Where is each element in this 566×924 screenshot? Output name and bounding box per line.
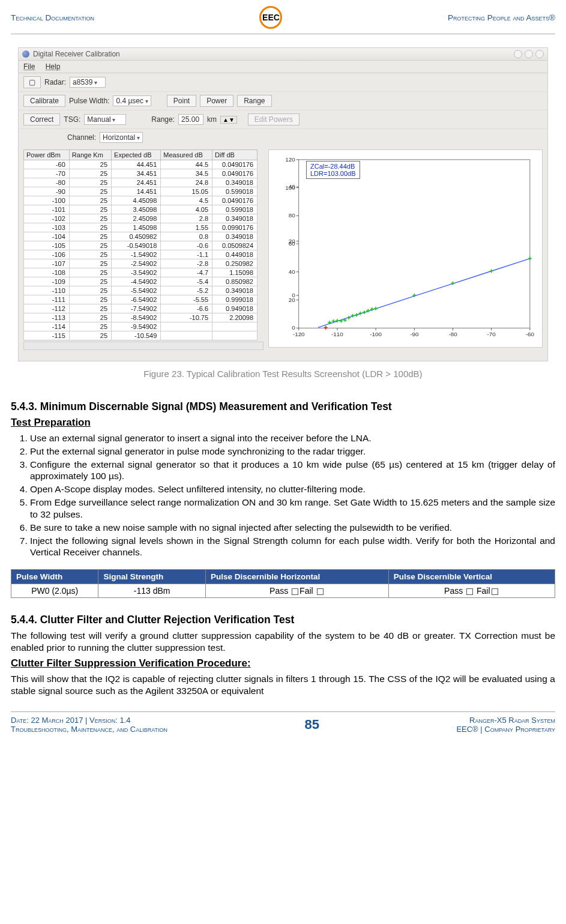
maximize-icon[interactable] bbox=[525, 50, 533, 58]
mds-table: Pulse WidthSignal StrengthPulse Discerni… bbox=[11, 569, 555, 598]
page-header: Technical Documentation EEC Protecting P… bbox=[11, 6, 555, 34]
list-item: From Edge surveillance select range norm… bbox=[30, 497, 555, 521]
table-header: Pulse Discernible Vertical bbox=[388, 570, 555, 584]
range-input[interactable]: 25.00 bbox=[178, 114, 203, 125]
page-number: 85 bbox=[305, 717, 319, 732]
footer-date: Date: 22 March 2017 | Version: 1.4 bbox=[11, 716, 167, 725]
list-item: Inject the following signal levels shown… bbox=[30, 535, 555, 559]
svg-text:-80: -80 bbox=[448, 331, 457, 337]
table-row: -602544.45144.50.0490176 bbox=[24, 160, 257, 169]
table-row: -11525-10.549 bbox=[24, 331, 257, 340]
page-footer: Date: 22 March 2017 | Version: 1.4 Troub… bbox=[11, 711, 555, 734]
list-item: Use an external signal generator to inse… bbox=[30, 432, 555, 444]
new-doc-icon[interactable]: ▢ bbox=[23, 76, 41, 88]
tsg-label: TSG: bbox=[64, 115, 80, 124]
svg-text:-90: -90 bbox=[410, 331, 419, 337]
app-icon bbox=[22, 50, 29, 58]
table-row: -802524.45124.80.349018 bbox=[24, 178, 257, 187]
mds-vert: Pass Fail bbox=[388, 584, 555, 598]
channel-select[interactable]: Horizontal bbox=[100, 132, 143, 143]
table-row: -10725-2.54902-2.80.250982 bbox=[24, 259, 257, 268]
company-logo: EEC bbox=[259, 6, 282, 29]
footer-section-title: Troubleshooting, Maintenance, and Calibr… bbox=[11, 725, 167, 734]
calibration-chart: ZCal=-28.44dB LDR=103.00dB 0204002040608… bbox=[268, 149, 543, 348]
table-header: Range Km bbox=[69, 150, 111, 160]
checkbox-icon[interactable] bbox=[466, 588, 473, 595]
radar-label: Radar: bbox=[44, 78, 66, 86]
table-row: -902514.45115.050.599018 bbox=[24, 187, 257, 196]
radar-select[interactable]: a8539 bbox=[70, 77, 106, 88]
svg-text:80: 80 bbox=[289, 212, 295, 219]
pulsewidth-select[interactable]: 0.4 µsec bbox=[113, 95, 151, 106]
svg-text:-110: -110 bbox=[331, 331, 343, 337]
table-row: -702534.45134.50.0490176 bbox=[24, 169, 257, 178]
checkbox-icon[interactable] bbox=[492, 588, 498, 595]
horizontal-scrollbar[interactable] bbox=[23, 342, 263, 350]
table-row: -102252.450982.80.349018 bbox=[24, 214, 257, 223]
section-543-heading: 5.4.3. Minimum Discernable Signal (MDS) … bbox=[11, 400, 555, 413]
menu-file[interactable]: File bbox=[23, 62, 35, 71]
svg-text:-100: -100 bbox=[370, 331, 382, 337]
mds-horiz: Pass Fail bbox=[205, 584, 388, 598]
svg-text:100: 100 bbox=[285, 184, 295, 191]
footer-product: Ranger-X5 Radar System bbox=[456, 716, 555, 725]
tab-power[interactable]: Power bbox=[200, 95, 233, 107]
svg-text:-60: -60 bbox=[526, 331, 535, 337]
section-544-subhead: Clutter Filter Suppression Verification … bbox=[11, 657, 555, 669]
table-row: -11125-6.54902-5.550.999018 bbox=[24, 295, 257, 304]
tsg-select[interactable]: Manual bbox=[84, 114, 126, 125]
svg-text:60: 60 bbox=[289, 240, 295, 247]
section-544-p2: This will show that the IQ2 is capable o… bbox=[11, 673, 555, 697]
calibrate-button[interactable]: Calibrate bbox=[23, 95, 65, 107]
chart-legend: ZCal=-28.44dB LDR=103.00dB bbox=[306, 161, 360, 179]
table-row: -11425-9.54902 bbox=[24, 322, 257, 331]
window-title: Digital Receiver Calibration bbox=[33, 50, 120, 58]
preparation-list: Use an external signal generator to inse… bbox=[30, 432, 555, 558]
close-icon[interactable] bbox=[535, 50, 544, 58]
svg-text:0: 0 bbox=[292, 324, 295, 331]
edit-powers-button[interactable]: Edit Powers bbox=[248, 113, 300, 125]
svg-text:-70: -70 bbox=[487, 331, 496, 337]
window-titlebar: Digital Receiver Calibration bbox=[19, 48, 547, 61]
minimize-icon[interactable] bbox=[514, 50, 522, 58]
calibration-screenshot: Digital Receiver Calibration File Help ▢… bbox=[18, 47, 548, 361]
table-header: Pulse Discernible Horizontal bbox=[205, 570, 388, 584]
mds-pw: PW0 (2.0µs) bbox=[11, 584, 98, 598]
header-right: Protecting People and Assets® bbox=[448, 13, 555, 22]
checkbox-icon[interactable] bbox=[292, 588, 298, 595]
table-header: Measured dB bbox=[161, 150, 212, 160]
table-row: -11325-8.54902-10.752.20098 bbox=[24, 313, 257, 322]
svg-text:20: 20 bbox=[289, 297, 295, 303]
list-item: Be sure to take a new noise sample with … bbox=[30, 522, 555, 534]
table-row: -10625-1.54902-1.10.449018 bbox=[24, 250, 257, 259]
pulsewidth-label: Pulse Width: bbox=[69, 97, 109, 105]
tab-point[interactable]: Point bbox=[167, 95, 196, 107]
table-row: -10925-4.54902-5.40.850982 bbox=[24, 277, 257, 286]
table-header: Signal Strength bbox=[98, 570, 206, 584]
list-item: Put the external signal generator in pul… bbox=[30, 445, 555, 457]
table-header: Diff dB bbox=[212, 150, 257, 160]
svg-text:-120: -120 bbox=[293, 331, 305, 337]
table-row: -10525-0.549018-0.60.0509824 bbox=[24, 241, 257, 250]
svg-rect-0 bbox=[299, 160, 530, 328]
legend-ldr: LDR=103.00dB bbox=[310, 170, 356, 177]
section-544-heading: 5.4.4. Clutter Filter and Clutter Reject… bbox=[11, 614, 555, 626]
menu-help[interactable]: Help bbox=[46, 62, 61, 71]
table-row: -11225-7.54902-6.60.949018 bbox=[24, 304, 257, 313]
table-header: Pulse Width bbox=[11, 570, 98, 584]
table-row: -100254.450984.50.0490176 bbox=[24, 196, 257, 205]
table-row: -101253.450984.050.599018 bbox=[24, 205, 257, 214]
channel-label: Channel: bbox=[67, 133, 96, 142]
section-544-p1: The following test will verify a ground … bbox=[11, 630, 555, 654]
spinner-icon[interactable]: ▲▼ bbox=[220, 116, 237, 124]
tab-range[interactable]: Range bbox=[237, 95, 271, 107]
chart-svg: 02040020406080100120-120-110-100-90-80-7… bbox=[272, 154, 538, 343]
checkbox-icon[interactable] bbox=[317, 588, 324, 595]
footer-proprietary: EEC® | Company Proprietary bbox=[456, 725, 555, 734]
header-left: Technical Documentation bbox=[11, 13, 94, 22]
figure-caption: Figure 23. Typical Calibration Test Resu… bbox=[11, 369, 555, 379]
logo-text: EEC bbox=[259, 6, 282, 29]
correct-button[interactable]: Correct bbox=[23, 113, 60, 125]
table-header: Expected dB bbox=[112, 150, 161, 160]
legend-zcal: ZCal=-28.44dB bbox=[310, 163, 356, 170]
